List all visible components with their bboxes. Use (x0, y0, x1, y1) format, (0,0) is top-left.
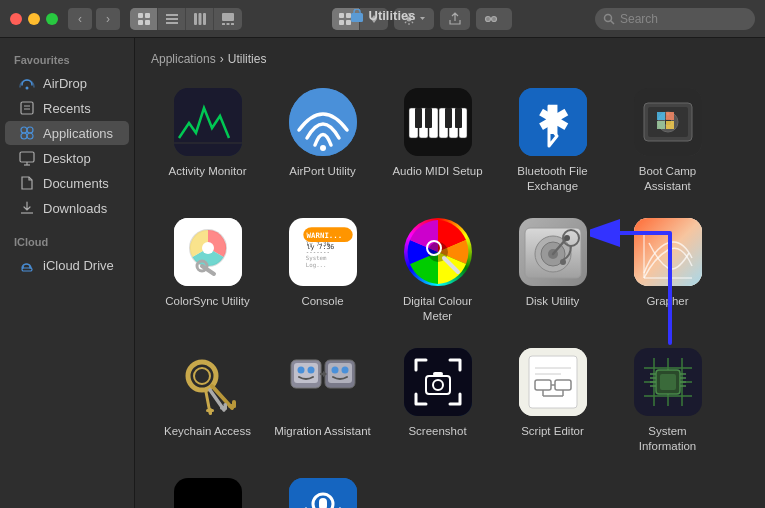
app-keychain[interactable]: Keychain Access (150, 334, 265, 464)
svg-text:WARNI...: WARNI... (306, 231, 342, 240)
app-grid: Activity Monitor AirPort Util (145, 74, 755, 508)
activity-monitor-icon (174, 88, 242, 156)
sidebar-item-icloud[interactable]: iCloud Drive (5, 253, 129, 277)
svg-rect-13 (231, 23, 234, 25)
app-voiceover[interactable]: VoiceOver Utility (265, 464, 380, 508)
sidebar-item-applications[interactable]: Applications (5, 121, 129, 145)
screenshot-icon-wrapper (402, 346, 474, 418)
app-bluetooth[interactable]: ✱ Bluetooth File Exchange (495, 74, 610, 204)
grapher-icon-wrapper (632, 216, 704, 288)
app-colorsync[interactable]: ColorSync Utility (150, 204, 265, 334)
app-disk-utility[interactable]: Disk Utility (495, 204, 610, 334)
svg-rect-7 (194, 13, 197, 25)
audio-midi-icon-wrapper (402, 86, 474, 158)
svg-point-92 (560, 259, 566, 265)
app-label: Screenshot (408, 424, 466, 439)
app-label: System Information (618, 424, 717, 454)
toolbar-center (242, 8, 595, 30)
svg-marker-21 (420, 17, 425, 20)
breadcrumb-separator: › (220, 52, 224, 66)
svg-rect-51 (425, 108, 432, 128)
app-bootcamp[interactable]: Boot Camp Assistant (610, 74, 725, 204)
svg-point-42 (320, 145, 326, 151)
app-digital-colour[interactable]: Digital Colour Meter (380, 204, 495, 334)
airport-utility-icon-wrapper (287, 86, 359, 158)
terminal-icon-wrapper: >_ ~/ $ (172, 476, 244, 508)
search-box[interactable]: Search (595, 8, 755, 30)
icon-sort-button[interactable] (332, 8, 360, 30)
content-area: Applications › Utilities Activity Moni (135, 38, 765, 508)
minimize-button[interactable] (28, 13, 40, 25)
bluetooth-icon-wrapper: ✱ (517, 86, 589, 158)
column-view-button[interactable] (186, 8, 214, 30)
sidebar-item-documents[interactable]: Documents (5, 171, 129, 195)
sidebar-item-desktop[interactable]: Desktop (5, 146, 129, 170)
nav-buttons: ‹ › (68, 8, 120, 30)
sidebar-item-downloads[interactable]: Downloads (5, 196, 129, 220)
svg-rect-65 (666, 121, 674, 129)
svg-point-115 (341, 366, 348, 373)
app-screenshot[interactable]: Screenshot (380, 334, 495, 464)
svg-rect-122 (529, 356, 577, 408)
breadcrumb: Applications › Utilities (145, 48, 755, 74)
svg-point-27 (26, 87, 29, 90)
traffic-lights (10, 13, 58, 25)
svg-text:Log...: Log... (305, 262, 326, 269)
app-grapher[interactable]: Grapher (610, 204, 725, 334)
sidebar-item-label: AirDrop (43, 76, 87, 91)
app-activity-monitor[interactable]: Activity Monitor (150, 74, 265, 204)
svg-point-114 (331, 366, 338, 373)
breadcrumb-current: Utilities (228, 52, 267, 66)
app-audio-midi[interactable]: Audio MIDI Setup (380, 74, 495, 204)
share-button[interactable] (440, 8, 470, 30)
app-label: Migration Assistant (274, 424, 371, 439)
sidebar-item-airdrop[interactable]: AirDrop (5, 71, 129, 95)
bluetooth-icon: ✱ (519, 88, 587, 156)
action-button[interactable] (394, 8, 434, 30)
gallery-view-button[interactable] (214, 8, 242, 30)
app-console[interactable]: WARNI... ly 7:36 ------- System Log... W… (265, 204, 380, 334)
app-migration[interactable]: Migration Assistant (265, 334, 380, 464)
voiceover-icon-wrapper (287, 476, 359, 508)
svg-rect-0 (138, 13, 143, 18)
list-view-button[interactable] (158, 8, 186, 30)
svg-rect-5 (166, 18, 178, 20)
terminal-icon: >_ ~/ $ (174, 478, 242, 508)
svg-rect-4 (166, 14, 178, 16)
svg-point-68 (202, 242, 214, 254)
svg-marker-18 (371, 15, 377, 19)
audio-midi-icon (404, 88, 472, 156)
app-label: Boot Camp Assistant (618, 164, 717, 194)
app-airport-utility[interactable]: AirPort Utility (265, 74, 380, 204)
svg-rect-6 (166, 22, 178, 24)
recents-icon (19, 100, 35, 116)
sidebar-item-label: iCloud Drive (43, 258, 114, 273)
svg-rect-107 (209, 408, 212, 415)
svg-rect-10 (222, 13, 234, 21)
svg-point-31 (21, 127, 27, 133)
svg-rect-1 (145, 13, 150, 18)
maximize-button[interactable] (46, 13, 58, 25)
svg-point-90 (564, 235, 570, 241)
breadcrumb-path[interactable]: Applications (151, 52, 216, 66)
app-label: Bluetooth File Exchange (503, 164, 602, 194)
app-system-info[interactable]: System Information (610, 334, 725, 464)
back-button[interactable]: ‹ (68, 8, 92, 30)
app-terminal[interactable]: >_ ~/ $ Terminal (150, 464, 265, 508)
icloud-section-label: iCloud (0, 230, 134, 252)
svg-point-111 (307, 366, 314, 373)
close-button[interactable] (10, 13, 22, 25)
svg-rect-2 (138, 20, 143, 25)
forward-button[interactable]: › (96, 8, 120, 30)
applications-icon (19, 125, 35, 141)
console-icon-wrapper: WARNI... ly 7:36 ------- System Log... W… (287, 216, 359, 288)
titlebar: ‹ › (0, 0, 765, 38)
system-info-icon (634, 348, 702, 416)
sidebar-item-recents[interactable]: Recents (5, 96, 129, 120)
icon-view-button[interactable] (130, 8, 158, 30)
script-editor-icon (519, 348, 587, 416)
app-script-editor[interactable]: Script Editor (495, 334, 610, 464)
sort-arrow-button[interactable] (360, 8, 388, 30)
documents-icon (19, 175, 35, 191)
tags-button[interactable] (476, 8, 512, 30)
